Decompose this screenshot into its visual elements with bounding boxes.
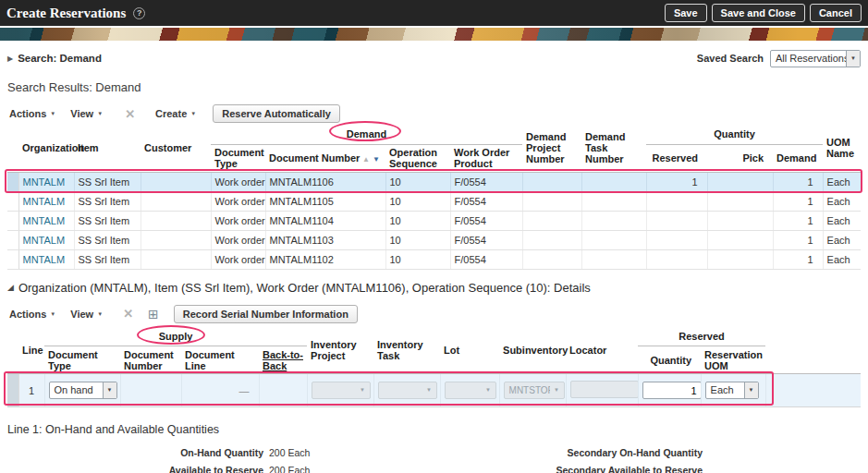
organization-link[interactable]: MNTALM [23,176,66,188]
row-selector[interactable] [7,211,18,230]
help-icon[interactable]: ? [133,7,145,19]
delete-icon[interactable]: ✕ [123,307,133,321]
row-selector[interactable] [7,230,18,249]
col-lot[interactable]: Lot [440,327,499,374]
cell-customer [141,191,211,211]
col-inventory-task[interactable]: Inventory Task [373,327,440,374]
document-type-select[interactable]: On hand ▼ [49,382,117,399]
cell-document-number: MNTALM1104 [265,211,385,230]
cell-pick [707,249,773,269]
disclosure-expanded-icon[interactable]: ◢ [7,283,14,292]
organization-link[interactable]: MNTALM [23,215,66,226]
save-and-close-button[interactable]: Save and Close [712,4,805,22]
demand-row[interactable]: MNTALM SS Srl Item Work order MNTALM1103… [7,230,861,249]
cell-demand-task-number [581,191,646,211]
demand-row[interactable]: MNTALM SS Srl Item Work order MNTALM1105… [7,191,861,211]
demand-row-selected[interactable]: MNTALM SS Srl Item Work order MNTALM1106… [7,172,861,191]
cell-uom-name: Each [823,230,861,249]
col-inventory-project[interactable]: Inventory Project [307,327,373,374]
col-item[interactable]: Item [74,125,141,172]
cell-demand-task-number [581,211,646,230]
organization-link[interactable]: MNTALM [23,196,66,207]
col-document-type[interactable]: Document Type [44,346,120,374]
quantity-input[interactable] [642,382,702,399]
row-selector[interactable] [7,191,18,211]
available-to-reserve-label: Available to Reserve [0,465,263,473]
col-pick[interactable]: Pick [707,144,773,172]
cell-pick [707,211,773,230]
cell-item: SS Srl Item [74,230,141,249]
group-demand: Demand [211,125,522,144]
cell-back-to-back [259,374,307,407]
create-menu[interactable]: Create ▼ [155,108,196,119]
col-document-number[interactable]: Document Number [120,346,181,374]
demand-row[interactable]: MNTALM SS Srl Item Work order MNTALM1102… [7,249,861,269]
row-selector[interactable] [7,374,18,407]
col-reserved[interactable]: Reserved [646,144,707,172]
actions-menu[interactable]: Actions ▼ [9,309,55,320]
organization-link[interactable]: MNTALM [23,235,66,246]
cell-inventory-project: ▼ [307,374,373,407]
col-document-type[interactable]: Document Type [211,144,265,172]
cell-line: 1 [18,374,44,407]
cancel-button[interactable]: Cancel [810,4,862,22]
record-serial-number-button[interactable]: Record Serial Number Information [174,305,358,323]
search-panel-title[interactable]: Search: Demand [18,53,102,64]
secondary-on-hand-quantity-label: Secondary On-Hand Quantity [417,447,703,458]
filler-header [765,327,861,374]
row-selector[interactable] [7,172,18,191]
supply-row[interactable]: 1 On hand ▼ — ▼ [7,374,861,407]
row-selector[interactable] [7,249,18,269]
view-menu[interactable]: View ▼ [70,309,103,320]
disclosure-collapsed-icon[interactable]: ▶ [7,55,13,63]
cell-item: SS Srl Item [74,211,141,230]
col-back-to-back[interactable]: Back-to-Back [259,346,307,374]
col-locator[interactable]: Locator [566,327,638,374]
chevron-down-icon[interactable]: ▼ [744,382,758,398]
cell-document-line: — [181,374,259,407]
reservation-uom-select[interactable]: Each ▼ [705,382,759,399]
delete-icon[interactable]: ✕ [125,107,135,121]
supply-details-table: Line Supply Inventory Project Inventory … [7,327,861,408]
demand-row[interactable]: MNTALM SS Srl Item Work order MNTALM1104… [7,211,861,230]
chevron-down-icon[interactable]: ▼ [846,51,860,67]
cell-operation-sequence: 10 [385,230,450,249]
col-customer[interactable]: Customer [141,125,211,172]
col-line: Line [18,327,44,374]
subinventory-value: MNTSTORE [505,382,550,398]
actions-menu[interactable]: Actions ▼ [9,108,55,119]
cell-subinventory: MNTSTORE ▼ [499,374,566,407]
cell-uom-name: Each [823,172,861,191]
cell-pick [707,230,773,249]
col-subinventory[interactable]: Subinventory [499,327,566,374]
col-operation-sequence[interactable]: Operation Sequence [385,144,450,172]
col-document-line[interactable]: Document Line [181,346,259,374]
save-button[interactable]: Save [665,4,707,22]
col-demand-task-number[interactable]: Demand Task Number [581,125,646,172]
cell-lot: ▼ [440,374,499,407]
on-hand-quantity-value: 200 Each [263,447,417,458]
saved-search-label: Saved Search [697,53,764,64]
chevron-down-icon: ▼ [190,111,196,116]
organization-link[interactable]: MNTALM [23,254,66,265]
sort-descending-icon[interactable]: ▼ [373,155,380,164]
chevron-down-icon: ▼ [550,382,564,398]
saved-search-select[interactable]: All Reservations ▼ [770,50,861,67]
col-quantity[interactable]: Quantity [638,346,701,374]
col-document-number[interactable]: Document Number ▲ ▼ [265,144,385,172]
col-uom-name[interactable]: UOM Name [823,125,861,172]
col-work-order-product[interactable]: Work Order Product [450,144,522,172]
reserve-automatically-button[interactable]: Reserve Automatically [213,104,340,123]
col-organization[interactable]: Organization [18,125,74,172]
col-demand-project-number[interactable]: Demand Project Number [522,125,581,172]
duplicate-row-icon[interactable]: ⊞ [148,309,159,320]
view-menu[interactable]: View ▼ [70,108,103,119]
cell-uom-name: Each [823,191,861,211]
sort-ascending-icon[interactable]: ▲ [362,155,370,164]
inventory-task-select: ▼ [378,382,437,399]
col-reservation-uom[interactable]: Reservation UOM [701,346,765,374]
cell-document-type: Work order [211,211,265,230]
chevron-down-icon[interactable]: ▼ [103,382,116,398]
col-demand-qty[interactable]: Demand [773,144,823,172]
cell-work-order-product: F/0554 [450,230,522,249]
